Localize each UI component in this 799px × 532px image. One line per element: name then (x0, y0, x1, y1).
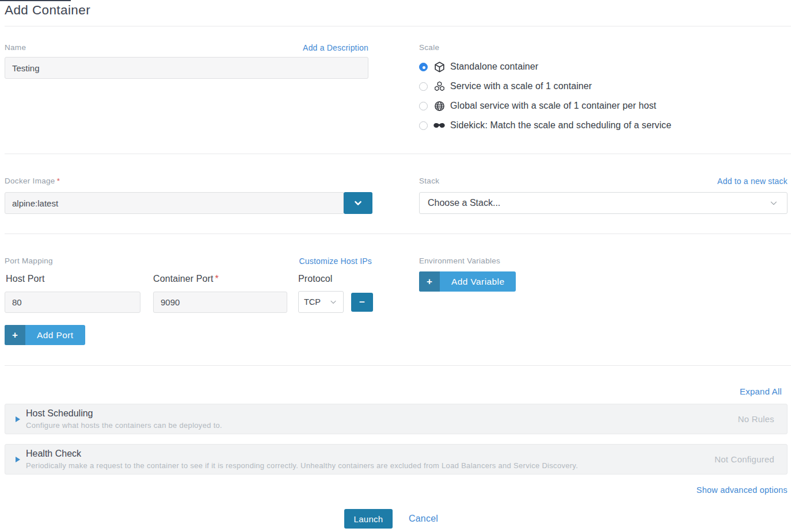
health-check-accordion[interactable]: Health Check Periodically make a request… (5, 444, 787, 474)
host-port-input[interactable] (5, 292, 140, 313)
cube-icon (433, 60, 446, 73)
add-container-form: Add Container Name Add a Description Sca… (0, 0, 799, 532)
required-mark: * (57, 177, 60, 185)
protocol-select[interactable]: TCP (298, 291, 344, 313)
caret-right-icon (16, 457, 20, 462)
divider (5, 26, 791, 26)
service-icon (433, 80, 446, 93)
chevron-down-icon (768, 198, 779, 208)
scale-option-global[interactable]: Global service with a scale of 1 contain… (419, 99, 671, 113)
scale-radio-group: Standalone container Service with a scal… (419, 60, 671, 132)
scale-option-standalone[interactable]: Standalone container (419, 60, 671, 74)
expand-all-link[interactable]: Expand All (740, 386, 782, 396)
page-title: Add Container (5, 3, 90, 18)
status-badge: No Rules (738, 414, 774, 424)
globe-icon (433, 99, 446, 112)
name-input[interactable] (5, 57, 368, 79)
host-port-label: Host Port (6, 274, 45, 284)
radio-button[interactable] (419, 63, 428, 71)
docker-image-label: Docker Image* (5, 177, 60, 185)
minus-icon: − (359, 297, 365, 308)
scale-option-service[interactable]: Service with a scale of 1 container (419, 79, 671, 93)
container-port-label: Container Port* (153, 274, 219, 284)
name-label: Name (5, 43, 26, 52)
scale-label: Scale (419, 43, 439, 52)
add-new-stack-link[interactable]: Add to a new stack (717, 177, 787, 186)
required-mark: * (215, 274, 219, 284)
docker-image-dropdown-button[interactable] (344, 192, 372, 214)
docker-image-input[interactable] (5, 192, 344, 214)
scale-option-sidekick[interactable]: Sidekick: Match the scale and scheduling… (419, 118, 671, 132)
divider (5, 365, 791, 366)
chevron-down-icon (352, 197, 364, 209)
add-description-link[interactable]: Add a Description (303, 43, 368, 52)
cancel-button[interactable]: Cancel (409, 514, 438, 524)
status-badge: Not Configured (714, 454, 774, 464)
divider (5, 234, 791, 234)
add-variable-button[interactable]: + Add Variable (419, 271, 516, 292)
container-port-input[interactable] (153, 292, 287, 313)
add-port-button[interactable]: + Add Port (5, 325, 85, 345)
stack-label: Stack (419, 177, 439, 185)
stack-select[interactable]: Choose a Stack... (419, 192, 787, 214)
radio-button[interactable] (419, 102, 428, 110)
host-scheduling-accordion[interactable]: Host Scheduling Configure what hosts the… (5, 404, 787, 434)
port-mapping-label: Port Mapping (5, 257, 53, 265)
plus-icon: + (5, 325, 25, 345)
plus-icon: + (419, 271, 440, 292)
remove-port-button[interactable]: − (351, 293, 373, 312)
mask-icon (433, 119, 446, 132)
chevron-down-icon (329, 297, 338, 307)
launch-button[interactable]: Launch (344, 509, 393, 529)
show-advanced-options-link[interactable]: Show advanced options (697, 485, 787, 495)
protocol-label: Protocol (298, 274, 333, 284)
screen-edge-artifact (0, 0, 71, 1)
radio-button[interactable] (419, 82, 428, 91)
customize-host-ips-link[interactable]: Customize Host IPs (299, 257, 372, 266)
environment-variables-label: Environment Variables (419, 257, 500, 265)
radio-button[interactable] (419, 121, 428, 130)
divider (5, 154, 791, 154)
caret-right-icon (16, 416, 20, 422)
